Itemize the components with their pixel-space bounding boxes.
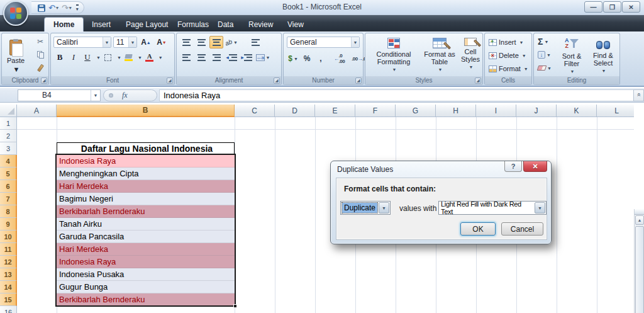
format-dropdown-icon[interactable]: ▼: [524, 67, 528, 71]
row-header-13[interactable]: 13: [0, 268, 17, 281]
tab-home[interactable]: Home: [44, 17, 84, 31]
align-center-button[interactable]: [194, 51, 208, 64]
cell-B3[interactable]: Daftar Lagu Nasional Indonesia: [57, 142, 235, 155]
row-header-11[interactable]: 11: [0, 243, 17, 256]
find-select-dropdown-icon[interactable]: ▼: [602, 69, 606, 73]
fill-dropdown-icon[interactable]: ▼: [547, 53, 551, 57]
comma-style-button[interactable]: ,: [314, 52, 327, 65]
scrollbar-thumb[interactable]: [635, 226, 644, 313]
column-header-A[interactable]: A: [17, 105, 57, 117]
expand-formula-bar-button[interactable]: »: [633, 89, 644, 101]
orientation-dropdown-icon[interactable]: ▼: [233, 40, 238, 45]
cell-B15[interactable]: Berkibarlah Bernderaku: [57, 293, 235, 306]
row-header-7[interactable]: 7: [0, 193, 17, 205]
cell-B9[interactable]: Tanah Airku: [57, 218, 235, 230]
number-format-dropdown-icon[interactable]: ▼: [351, 37, 359, 47]
tab-view[interactable]: View: [279, 17, 313, 31]
increase-decimal-button[interactable]: ←.0 .00: [332, 52, 350, 65]
delete-dropdown-icon[interactable]: ▼: [522, 54, 526, 58]
select-all-corner[interactable]: [0, 105, 17, 117]
row-header-4[interactable]: 4: [0, 155, 17, 168]
cell-styles-button[interactable]: Cell Styles ▼: [458, 36, 482, 76]
format-option-dropdown[interactable]: Light Red Fill with Dark Red Text ▼: [438, 201, 547, 215]
styles-dialog-launcher[interactable]: ◢: [475, 77, 481, 84]
percent-style-button[interactable]: %: [301, 52, 313, 65]
autosum-button[interactable]: Σ▼: [537, 36, 549, 47]
insert-function-button[interactable]: fx: [103, 89, 157, 101]
tab-review[interactable]: Review: [240, 17, 282, 31]
format-cells-button[interactable]: Format▼: [488, 63, 529, 74]
font-family-combo[interactable]: Calibri▼: [53, 37, 111, 48]
name-box[interactable]: B4▼: [18, 89, 101, 101]
cancel-button[interactable]: Cancel: [501, 222, 543, 236]
rule-type-dropdown[interactable]: Duplicate ▼: [340, 201, 391, 215]
column-header-F[interactable]: F: [355, 105, 396, 117]
cell-styles-dropdown-icon[interactable]: ▼: [469, 65, 474, 69]
font-color-dropdown-icon[interactable]: ▼: [158, 55, 163, 60]
office-button[interactable]: [3, 1, 28, 26]
font-dialog-launcher[interactable]: ◢: [167, 77, 173, 84]
underline-button[interactable]: U: [81, 51, 94, 64]
column-header-E[interactable]: E: [315, 105, 355, 117]
number-dialog-launcher[interactable]: ◢: [355, 77, 362, 84]
clipboard-dialog-launcher[interactable]: ◢: [41, 77, 47, 84]
accounting-dropdown-icon[interactable]: ▼: [294, 57, 298, 61]
cell-B11[interactable]: Hari Merdeka: [57, 243, 235, 256]
dialog-help-button[interactable]: ?: [504, 161, 522, 172]
cut-button[interactable]: ✂: [34, 36, 47, 47]
increase-indent-button[interactable]: ▸: [240, 51, 253, 64]
paste-dropdown-icon[interactable]: ▼: [13, 65, 20, 73]
row-header-3[interactable]: 3: [0, 142, 17, 155]
name-box-dropdown-icon[interactable]: ▼: [91, 90, 100, 101]
row-header-16[interactable]: 16: [0, 306, 17, 313]
borders-button[interactable]: [102, 51, 114, 64]
tab-insert[interactable]: Insert: [83, 17, 119, 31]
font-color-button[interactable]: A: [143, 51, 156, 64]
cell-B13[interactable]: Indonesia Pusaka: [57, 268, 235, 281]
align-bottom-button[interactable]: [209, 36, 223, 48]
format-painter-button[interactable]: [34, 62, 47, 74]
row-header-6[interactable]: 6: [0, 180, 17, 193]
copy-button[interactable]: [34, 49, 47, 60]
conditional-formatting-dropdown-icon[interactable]: ▼: [392, 67, 397, 72]
format-as-table-dropdown-icon[interactable]: ▼: [438, 67, 443, 72]
increase-font-button[interactable]: A▲: [139, 36, 153, 48]
align-right-button[interactable]: [209, 51, 223, 64]
underline-dropdown-icon[interactable]: ▼: [96, 55, 101, 60]
find-select-button[interactable]: Find & Select ▼: [588, 36, 618, 76]
fill-button[interactable]: ↓▼: [537, 49, 552, 60]
column-header-J[interactable]: J: [516, 105, 557, 117]
scroll-up-button[interactable]: ▲: [635, 215, 644, 225]
bold-button[interactable]: B: [53, 51, 66, 64]
cell-B14[interactable]: Gugur Bunga: [57, 281, 235, 293]
fill-color-dropdown-icon[interactable]: ▼: [138, 55, 142, 60]
autosum-dropdown-icon[interactable]: ▼: [544, 40, 548, 44]
cell-B6[interactable]: Hari Merdeka: [57, 180, 235, 193]
align-left-button[interactable]: [179, 51, 193, 64]
row-header-8[interactable]: 8: [0, 205, 17, 218]
align-top-button[interactable]: [179, 36, 193, 48]
sort-filter-dropdown-icon[interactable]: ▼: [570, 69, 575, 74]
decrease-indent-button[interactable]: ◂: [225, 51, 238, 64]
insert-dropdown-icon[interactable]: ▼: [519, 40, 524, 45]
column-header-K[interactable]: K: [557, 105, 597, 117]
column-header-L[interactable]: L: [597, 105, 634, 117]
row-header-14[interactable]: 14: [0, 281, 17, 293]
close-button[interactable]: ✕: [622, 1, 640, 13]
sort-filter-button[interactable]: AZ Sort & Filter ▼: [557, 36, 587, 76]
column-header-D[interactable]: D: [275, 105, 315, 117]
cell-B12[interactable]: Indonesia Raya: [57, 256, 235, 268]
rule-type-dropdown-icon[interactable]: ▼: [379, 202, 389, 213]
row-header-1[interactable]: 1: [0, 117, 17, 130]
font-size-dropdown-icon[interactable]: ▼: [128, 37, 136, 47]
decrease-font-button[interactable]: A▼: [155, 36, 169, 48]
row-header-12[interactable]: 12: [0, 256, 17, 268]
column-header-B[interactable]: B: [57, 105, 235, 117]
ok-button[interactable]: OK: [460, 222, 496, 236]
fill-color-button[interactable]: [123, 51, 135, 64]
dialog-close-button[interactable]: ✕: [523, 161, 547, 172]
clear-dropdown-icon[interactable]: ▼: [547, 66, 552, 71]
minimize-button[interactable]: —: [584, 1, 602, 13]
number-format-combo[interactable]: General▼: [287, 37, 360, 48]
row-header-5[interactable]: 5: [0, 168, 17, 180]
